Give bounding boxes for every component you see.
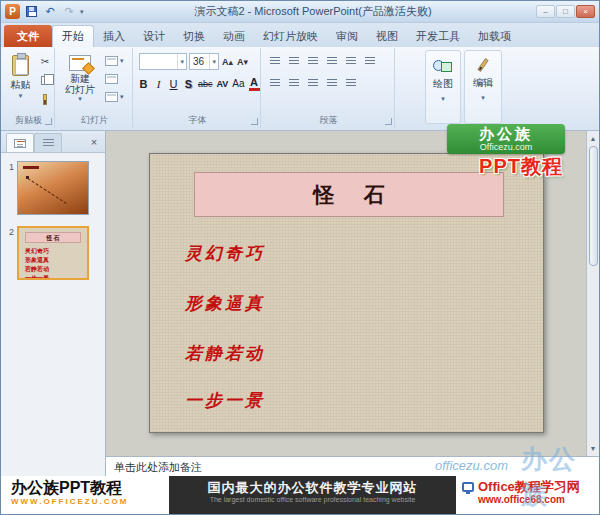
panel-close-icon[interactable]: × [87,135,101,149]
thumb1-title-mark [23,166,39,169]
redo-button[interactable]: ↷ [61,4,77,20]
bullets-button[interactable] [267,54,282,68]
tab-home[interactable]: 开始 [52,25,94,47]
underline-button[interactable]: U [168,76,179,91]
tab-review[interactable]: 审阅 [327,26,367,47]
officezu-green-badge: 办公族 Officezu.com [447,124,565,154]
tab-developer[interactable]: 开发工具 [407,26,469,47]
tab-insert[interactable]: 插入 [94,26,134,47]
maximize-button[interactable]: □ [556,5,575,18]
section-icon [105,92,118,102]
tab-transitions[interactable]: 切换 [174,26,214,47]
align-left-icon [270,79,280,88]
scrollbar-thumb[interactable] [589,146,598,266]
bold-button[interactable]: B [138,76,149,91]
increase-indent-button[interactable] [324,54,339,68]
outline-tab-icon [43,139,54,148]
officezu-watermark: 办公族 Officezu.com PPT教程 [447,124,565,179]
align-right-button[interactable] [305,76,320,90]
pencil-icon [477,58,488,72]
align-center-button[interactable] [286,76,301,90]
tab-file[interactable]: 文件 [4,25,52,47]
font-dialog-launcher[interactable] [251,118,258,125]
footer-center-section: 国内最大的办公软件教学专业网站 The largest domestic off… [169,476,456,514]
font-row-1: ▾ 36▾ A▴ A▾ [139,53,249,70]
paragraph-dialog-launcher[interactable] [385,118,392,125]
editor-column: 怪 石 灵幻奇巧 形象逼真 若静若动 一步一景 ▲ ▼ 单击此处添加备注 [106,131,599,478]
slides-tab[interactable] [6,133,34,152]
slide-thumbnails: 1 2 怪 石 灵幻奇巧 形象逼真 若静若动 一步一景 [1,153,105,291]
undo-button[interactable]: ↶ [42,4,58,20]
slide-canvas[interactable]: 怪 石 灵幻奇巧 形象逼真 若静若动 一步一景 [149,153,544,433]
thumb2-item-1: 灵幻奇巧 [19,246,87,255]
font-size-combobox[interactable]: 36▾ [189,53,219,70]
footer-slogan-english: The largest domestic office software pro… [169,496,456,503]
font-family-combobox[interactable]: ▾ [139,53,187,70]
section-button[interactable]: ▾ [105,92,124,102]
font-color-button[interactable]: A [249,77,260,91]
footer-left-section: 办公族PPT教程 WWW.OFFICEZU.COM [1,476,169,514]
numbering-button[interactable] [286,54,301,68]
columns-button[interactable] [343,76,358,90]
tab-animations[interactable]: 动画 [214,26,254,47]
footer-site-url: WWW.OFFICEZU.COM [11,497,169,506]
font-family-dropdown-icon[interactable]: ▾ [177,54,186,69]
font-size-dropdown-icon[interactable]: ▾ [209,54,218,69]
editing-dropdown-icon: ▾ [481,94,485,101]
italic-button[interactable]: I [153,76,164,91]
clipboard-dialog-launcher[interactable] [45,118,52,125]
drawing-button[interactable]: 绘图 ▾ [426,51,460,123]
font-size-value: 36 [193,56,204,67]
vertical-scrollbar[interactable]: ▲ ▼ [586,131,599,456]
justify-icon [327,79,337,88]
footer-site-title: 办公族PPT教程 [11,478,169,497]
align-left-button[interactable] [267,76,282,90]
cut-icon[interactable]: ✂ [38,55,52,68]
decrease-indent-button[interactable] [305,54,320,68]
tab-design[interactable]: 设计 [134,26,174,47]
new-slide-label-line1: 新建 [70,73,90,84]
tab-addins[interactable]: 加载项 [469,26,520,47]
new-slide-button[interactable]: 新建 幻灯片 ▾ [59,51,101,103]
minimize-button[interactable]: – [536,5,555,18]
save-button[interactable] [23,4,39,20]
paste-label: 粘贴 [11,78,31,92]
slide-text-item-3[interactable]: 若静若动 [185,342,265,365]
slide-text-item-4[interactable]: 一步一景 [185,389,265,412]
justify-button[interactable] [324,76,339,90]
text-direction-button[interactable] [362,54,377,68]
bullets-icon [270,57,280,66]
paste-button[interactable]: 粘贴 ▾ [4,51,37,100]
copy-button[interactable] [38,74,52,87]
close-button[interactable]: × [576,5,595,18]
paste-dropdown-icon: ▾ [19,92,23,99]
change-case-button[interactable]: Aa [232,76,244,91]
outline-tab[interactable] [34,133,62,152]
grow-font-button[interactable]: A▴ [221,57,234,67]
scroll-up-icon[interactable]: ▲ [590,132,597,144]
powerpoint-app-icon[interactable]: P [5,4,20,19]
shrink-font-button[interactable]: A▾ [236,57,249,67]
slide-text-item-1[interactable]: 灵幻奇巧 [185,242,265,265]
font-row-2: B I U S abc AV Aa A [138,76,260,91]
character-spacing-button[interactable]: AV [217,76,229,91]
line-spacing-button[interactable] [343,54,358,68]
slide-text-item-2[interactable]: 形象逼真 [185,292,265,315]
editing-button[interactable]: 编辑 ▾ [465,51,501,123]
text-shadow-button[interactable]: S [183,76,194,91]
qat-customize-dropdown-icon[interactable]: ▾ [80,8,90,16]
strikethrough-button[interactable]: abc [198,76,213,91]
slide-thumbnail-2[interactable]: 怪 石 灵幻奇巧 形象逼真 若静若动 一步一景 [17,226,89,280]
line-spacing-icon [346,57,356,66]
reset-slide-button[interactable] [105,74,124,84]
slide-thumbnail-1[interactable] [17,161,89,215]
tab-slideshow[interactable]: 幻灯片放映 [254,26,327,47]
officezu-domain-text: Officezu.com [451,142,561,152]
footer-slogan: 国内最大的办公软件教学专业网站 [169,479,456,496]
quick-access-toolbar: P ↶ ↷ ▾ [1,4,90,20]
ribbon: 粘贴 ▾ ✂ 剪贴板 新建 幻灯片 ▾ ▾ ▾ 幻灯片 [1,47,599,131]
tab-view[interactable]: 视图 [367,26,407,47]
slide-layout-button[interactable]: ▾ [105,56,124,66]
format-painter-button[interactable] [38,93,52,106]
paragraph-group-label: 段落 [263,114,394,127]
